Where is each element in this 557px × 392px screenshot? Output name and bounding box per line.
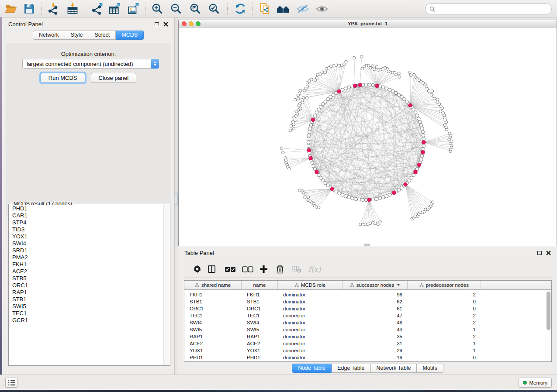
- column-header-successor-nodes[interactable]: successor nodes: [343, 281, 408, 289]
- show-panels-menu-button[interactable]: [5, 378, 17, 388]
- panel-divider[interactable]: [175, 17, 178, 246]
- deselect-all-icon: [242, 266, 253, 272]
- open-file-button[interactable]: [3, 2, 18, 16]
- table-row[interactable]: YOX1YOX1connector291: [184, 347, 545, 354]
- save-session-button[interactable]: [22, 2, 37, 16]
- table-row[interactable]: FKH1FKH1dominator962: [184, 291, 545, 298]
- network-canvas[interactable]: [179, 28, 557, 246]
- delete-table-button[interactable]: [290, 260, 303, 278]
- table-row[interactable]: ORC1ORC1dominator610: [184, 305, 545, 312]
- criterion-select[interactable]: largest connected component (undirected): [22, 59, 159, 69]
- mcds-result-item[interactable]: ORC1: [9, 282, 164, 289]
- table-row[interactable]: RAP1RAP1dominator352: [184, 333, 545, 340]
- mcds-result-item[interactable]: SWI4: [9, 240, 164, 247]
- select-all-rows-button[interactable]: [223, 260, 238, 278]
- table-cell: STB1: [242, 298, 278, 305]
- table-cell: SWI4: [184, 319, 242, 326]
- zoom-fit-button[interactable]: [188, 2, 203, 16]
- divider-handle[interactable]: [175, 193, 178, 205]
- close-panel-button[interactable]: Close panel: [91, 73, 137, 83]
- table-settings-button[interactable]: [190, 260, 204, 278]
- trash-icon: [276, 265, 284, 274]
- hide-selected-button[interactable]: [295, 2, 310, 16]
- table-cell: 43: [343, 326, 408, 333]
- mcds-result-item[interactable]: CAR1: [9, 212, 164, 219]
- mcds-result-item[interactable]: STB5: [9, 275, 164, 282]
- delete-column-button[interactable]: [273, 260, 287, 278]
- zoom-out-button[interactable]: [169, 2, 183, 16]
- table-row[interactable]: TEC1TEC1connector472: [184, 312, 545, 319]
- column-header-predecessor-nodes[interactable]: predecessor nodes: [408, 281, 481, 289]
- export-network-button[interactable]: [90, 2, 104, 16]
- export-table-button[interactable]: [107, 2, 122, 16]
- mcds-list-scrollbar[interactable]: [163, 205, 170, 365]
- mcds-result-group: MCDS result (17 nodes) PHD1CAR1STP4TID3Y…: [8, 204, 170, 366]
- table-cell: 1: [408, 347, 481, 354]
- float-panel-icon[interactable]: [155, 22, 159, 26]
- float-table-panel-icon[interactable]: [537, 251, 542, 255]
- houses-icon: [277, 3, 290, 15]
- mcds-result-item[interactable]: FKH1: [9, 261, 164, 268]
- table-row[interactable]: SWI4SWI4dominator462: [184, 319, 545, 326]
- network-window-titlebar[interactable]: YPA_prune.txt_1: [179, 20, 557, 28]
- function-builder-button[interactable]: f(x): [306, 260, 323, 278]
- table-row[interactable]: STB1STB1dominator620: [184, 298, 545, 305]
- deselect-all-rows-button[interactable]: [240, 260, 255, 278]
- table-cell: PHD1: [184, 354, 242, 361]
- zoom-in-button[interactable]: [150, 2, 165, 16]
- toolbar-separator: [252, 3, 253, 15]
- tab-motifs[interactable]: Motifs: [417, 364, 443, 373]
- column-label: MCDS role: [301, 282, 325, 288]
- tab-style[interactable]: Style: [65, 31, 89, 40]
- plus-icon: [259, 265, 268, 273]
- mcds-result-item[interactable]: YOX1: [9, 233, 164, 240]
- tab-mcds[interactable]: MCDS: [116, 31, 144, 40]
- memory-button[interactable]: Memory: [519, 378, 552, 388]
- import-network-icon: [47, 3, 59, 15]
- first-neighbors-button[interactable]: [276, 2, 291, 16]
- table-panel-title: Table Panel: [184, 250, 214, 256]
- export-image-button[interactable]: [126, 2, 141, 16]
- column-header-name[interactable]: name: [242, 281, 278, 289]
- create-column-button[interactable]: [257, 260, 270, 278]
- table-cell: dominator: [278, 298, 343, 305]
- show-column-panel-button[interactable]: [205, 260, 218, 278]
- mcds-result-item[interactable]: STP4: [9, 219, 164, 226]
- shared-attribute-icon: [419, 283, 424, 287]
- tab-edge-table[interactable]: Edge Table: [332, 364, 370, 373]
- tab-node-table[interactable]: Node Table: [292, 364, 332, 373]
- mcds-result-item[interactable]: PHD1: [9, 205, 164, 212]
- mcds-result-item[interactable]: ACE2: [9, 268, 164, 275]
- tab-network[interactable]: Network: [33, 31, 65, 40]
- refresh-button[interactable]: [233, 2, 248, 16]
- import-network-button[interactable]: [46, 2, 61, 16]
- import-table-button[interactable]: [65, 2, 80, 16]
- mcds-result-item[interactable]: TID3: [9, 226, 164, 233]
- table-scrollbar[interactable]: [545, 290, 551, 361]
- mcds-result-item[interactable]: SWI5: [9, 303, 164, 310]
- table-row[interactable]: ACE2ACE2connector311: [184, 340, 545, 347]
- show-all-button[interactable]: [315, 2, 329, 16]
- table-row[interactable]: SWI5SWI5connector431: [184, 326, 545, 333]
- tab-network-table[interactable]: Network Table: [371, 364, 417, 373]
- close-table-panel-icon[interactable]: [546, 251, 551, 255]
- mcds-result-item[interactable]: RAP1: [9, 289, 164, 296]
- table-row[interactable]: PHD1PHD1dominator180: [184, 354, 545, 361]
- column-header-MCDS-role[interactable]: MCDS role: [278, 281, 343, 289]
- close-panel-icon[interactable]: [163, 22, 168, 27]
- search-input[interactable]: [438, 6, 551, 12]
- column-header-shared-name[interactable]: shared name: [184, 281, 242, 289]
- zoom-selected-button[interactable]: [207, 2, 221, 16]
- import-table-icon: [66, 3, 79, 15]
- mcds-result-item[interactable]: SRD1: [9, 247, 164, 254]
- search-field[interactable]: [425, 3, 552, 14]
- table-scrollbar-thumb[interactable]: [547, 292, 550, 330]
- mcds-result-item[interactable]: TEC1: [9, 310, 164, 317]
- mcds-result-item[interactable]: GCR1: [9, 317, 164, 324]
- run-mcds-button[interactable]: Run MCDS: [41, 73, 85, 83]
- mcds-result-item[interactable]: STB1: [9, 296, 164, 303]
- table-cell: 35: [343, 333, 408, 340]
- tab-select[interactable]: Select: [89, 31, 116, 40]
- mcds-result-item[interactable]: PMA2: [9, 254, 164, 261]
- duplicate-network-button[interactable]: [258, 2, 273, 16]
